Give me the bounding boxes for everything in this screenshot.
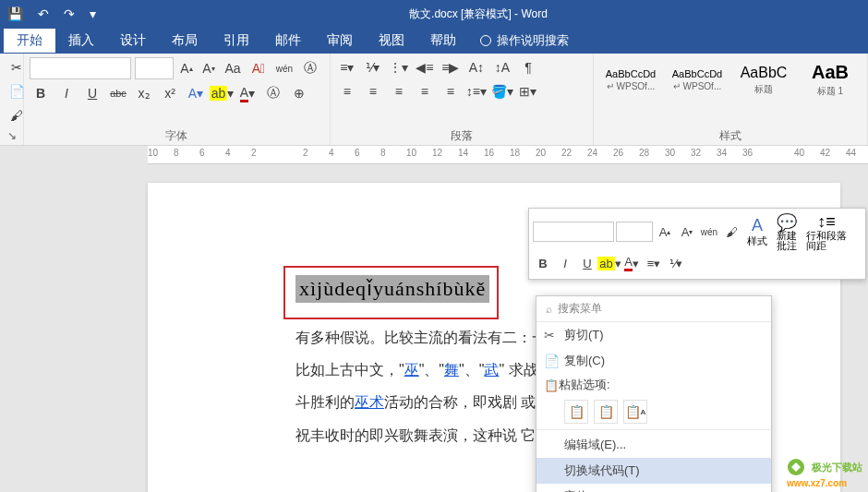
text-effects-button[interactable]: A▾	[185, 83, 207, 103]
style-preview: AaBbCcDd	[602, 68, 659, 79]
font-size-box[interactable]	[135, 57, 174, 79]
style-label: 标题 1	[802, 85, 859, 98]
font-group: A▴ A▾ Aa A⃠ wén Ⓐ B I U abc x₂ x² A▾ ab▾…	[24, 54, 331, 145]
show-marks-button[interactable]: ¶	[517, 57, 539, 78]
text-direction-button[interactable]: A↕	[465, 57, 488, 78]
mini-numbering[interactable]: ⅟▾	[666, 253, 686, 273]
copy-icon: 📄	[544, 354, 564, 368]
shrink-font-button[interactable]: A▾	[199, 58, 218, 78]
distribute-button[interactable]: ≡	[440, 81, 462, 102]
char-shading-button[interactable]: Ⓐ	[262, 83, 284, 103]
style-label: 标题	[735, 83, 792, 96]
clear-format-button[interactable]: A⃠	[247, 58, 270, 78]
grow-font-button[interactable]: A▴	[177, 58, 196, 78]
mini-font-color[interactable]: A▾	[621, 253, 642, 273]
align-left-button[interactable]: ≡	[336, 81, 358, 102]
clipboard-expand[interactable]: ↘	[6, 128, 18, 145]
tab-mailings[interactable]: 邮件	[262, 29, 314, 53]
style-heading-1[interactable]: AaB 标题 1	[799, 57, 862, 102]
italic-button[interactable]: I	[55, 83, 78, 103]
align-center-button[interactable]: ≡	[362, 81, 384, 102]
style-title[interactable]: AaBbC 标题	[732, 60, 795, 101]
window-title: 散文.docx [兼容模式] - Word	[96, 6, 861, 22]
tab-home[interactable]: 开始	[4, 29, 55, 53]
mini-new-comment[interactable]: 💬 新建 批注	[773, 212, 801, 251]
tell-me[interactable]: 操作说明搜索	[480, 32, 569, 49]
style-label: ↵ WPSOf...	[669, 81, 726, 91]
bold-button[interactable]: B	[30, 83, 52, 103]
tab-layout[interactable]: 布局	[159, 29, 211, 53]
mini-bullets[interactable]: ≡▾	[644, 253, 664, 273]
style-wpsof-1[interactable]: AaBbCcDd ↵ WPSOf...	[599, 64, 662, 96]
shading-button[interactable]: 🪣▾	[491, 81, 513, 102]
ctx-edit-field[interactable]: 编辑域(E)...	[536, 432, 771, 458]
context-menu: ⌕ 搜索菜单 ✂ 剪切(T) 📄 复制(C) 📋 粘贴选项: 📋 📋 📋A 编辑…	[536, 295, 772, 492]
decrease-indent-button[interactable]: ◀≡	[414, 57, 436, 78]
mini-grow-font[interactable]: A▴	[655, 222, 675, 242]
ruby-guide-button[interactable]: wén	[273, 58, 295, 78]
ctx-separator	[536, 429, 771, 430]
paragraph-group: ≡▾ ⅟▾ ⋮▾ ◀≡ ≡▶ A↕ ↕A ¶ ≡ ≡ ≡ ≡ ≡ ↕≡▾ 🪣▾ …	[331, 54, 594, 145]
font-family-box[interactable]	[30, 57, 131, 79]
styles-group-label: 样式	[599, 128, 862, 145]
mini-format-painter[interactable]: 🖌	[721, 222, 741, 242]
paste-keep-formatting[interactable]: 📋	[564, 400, 588, 424]
paste-merge-formatting[interactable]: 📋	[594, 400, 618, 424]
align-right-button[interactable]: ≡	[388, 81, 410, 102]
sort-button[interactable]: ↕A	[491, 57, 513, 78]
highlight-box-selection	[283, 266, 499, 319]
save-icon[interactable]: 💾	[7, 6, 23, 21]
mini-font-family[interactable]	[533, 222, 614, 242]
multilevel-button[interactable]: ⋮▾	[388, 57, 410, 78]
ctx-cut[interactable]: ✂ 剪切(T)	[536, 322, 771, 348]
tab-design[interactable]: 设计	[107, 29, 159, 53]
horizontal-ruler[interactable]: 1086422468101214161820222426283032343640…	[148, 146, 868, 164]
strike-button[interactable]: abc	[107, 83, 129, 103]
char-border-button[interactable]: Ⓐ	[299, 58, 321, 78]
mini-italic[interactable]: I	[555, 253, 575, 273]
tab-view[interactable]: 视图	[366, 29, 417, 53]
redo-icon[interactable]: ↷	[64, 6, 75, 21]
style-gallery: AaBbCcDd ↵ WPSOf... AaBbCcDd ↵ WPSOf... …	[599, 57, 862, 102]
numbering-button[interactable]: ⅟▾	[362, 57, 384, 78]
underline-button[interactable]: U	[81, 83, 103, 103]
tab-help[interactable]: 帮助	[417, 29, 469, 53]
ctx-toggle-field-codes[interactable]: 切换域代码(T)	[536, 458, 771, 484]
subscript-button[interactable]: x₂	[133, 83, 155, 103]
ctx-font[interactable]: 字体(F)...	[536, 484, 771, 492]
increase-indent-button[interactable]: ≡▶	[440, 57, 462, 78]
bullets-button[interactable]: ≡▾	[336, 57, 358, 78]
borders-button[interactable]: ⊞▾	[517, 81, 539, 102]
clipboard-icon: 📋	[544, 378, 559, 392]
tab-insert[interactable]: 插入	[55, 29, 107, 53]
tab-review[interactable]: 审阅	[314, 29, 366, 53]
highlight-button[interactable]: ab▾	[211, 83, 233, 103]
paste-text-only[interactable]: 📋A	[623, 400, 647, 424]
mini-underline[interactable]: U	[577, 253, 597, 273]
magnify-icon: ⌕	[546, 303, 552, 316]
watermark-logo-icon	[787, 458, 805, 478]
superscript-button[interactable]: x²	[159, 83, 181, 103]
mini-shrink-font[interactable]: A▾	[677, 222, 697, 242]
spacing-icon: ↕≡	[817, 212, 836, 231]
mini-line-spacing[interactable]: ↕≡ 行和段落 间距	[802, 212, 850, 251]
ribbon-tabs: 开始 插入 设计 布局 引用 邮件 审阅 视图 帮助 操作说明搜索	[0, 28, 868, 54]
mini-highlight[interactable]: ab▾	[599, 253, 620, 273]
font-color-button[interactable]: A▾	[236, 83, 259, 103]
style-wpsof-2[interactable]: AaBbCcDd ↵ WPSOf...	[666, 64, 729, 96]
ctx-copy[interactable]: 📄 复制(C)	[536, 348, 771, 374]
mini-styles[interactable]: A 样式	[743, 216, 771, 248]
qa-more-icon[interactable]: ▾	[90, 6, 96, 21]
watermark-name: 极光下载站	[812, 462, 862, 473]
justify-button[interactable]: ≡	[414, 81, 436, 102]
mini-bold[interactable]: B	[533, 253, 553, 273]
paragraph-group-label: 段落	[336, 128, 587, 145]
change-case-button[interactable]: Aa	[222, 58, 244, 78]
line-spacing-button[interactable]: ↕≡▾	[465, 81, 488, 102]
ctx-search[interactable]: ⌕ 搜索菜单	[536, 296, 771, 322]
enclose-char-button[interactable]: ⊕	[288, 83, 310, 103]
mini-font-size[interactable]	[616, 222, 653, 242]
tab-references[interactable]: 引用	[211, 29, 262, 53]
undo-icon[interactable]: ↶	[38, 6, 49, 21]
mini-ruby[interactable]: wén	[699, 222, 719, 242]
